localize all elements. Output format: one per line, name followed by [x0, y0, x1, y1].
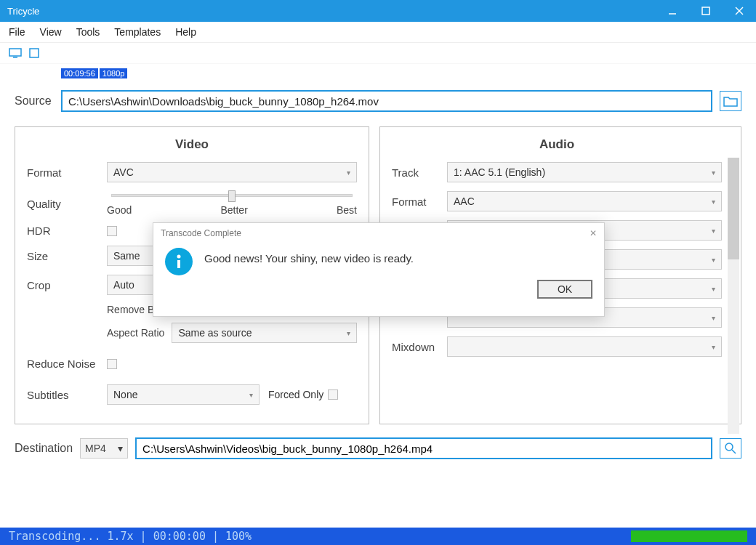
hdr-label: HDR — [27, 225, 107, 237]
menu-file[interactable]: File — [9, 26, 25, 38]
display-icon[interactable] — [9, 48, 22, 58]
chevron-down-icon: ▾ — [249, 391, 253, 399]
source-badges: 00:09:56 1080p — [61, 68, 127, 78]
video-quality-label: Quality — [27, 198, 107, 210]
info-icon — [165, 248, 193, 275]
chevron-down-icon: ▾ — [347, 169, 350, 177]
audio-format-select[interactable]: AAC▾ — [447, 191, 722, 211]
crop-label: Crop — [27, 279, 107, 291]
dialog-message: Good news! Your shiny, new video is read… — [204, 248, 414, 265]
folder-icon — [723, 95, 738, 107]
source-label: Source — [15, 94, 54, 108]
video-panel-title: Video — [27, 137, 357, 152]
svg-rect-10 — [177, 260, 180, 268]
quality-better: Better — [220, 204, 247, 216]
forced-only-checkbox[interactable] — [328, 389, 338, 400]
audio-scrollbar[interactable] — [728, 158, 739, 434]
dialog-title: Transcode Complete — [161, 228, 241, 238]
subtitles-label: Subtitles — [27, 389, 107, 401]
toolbar — [0, 42, 756, 64]
chevron-down-icon: ▾ — [712, 169, 715, 177]
menu-templates[interactable]: Templates — [114, 26, 161, 38]
svg-point-7 — [725, 443, 733, 451]
chevron-down-icon: ▾ — [118, 443, 123, 454]
maximize-button[interactable] — [689, 0, 723, 22]
hdr-checkbox[interactable] — [107, 226, 117, 236]
svg-line-8 — [732, 450, 736, 453]
quality-good: Good — [107, 204, 132, 216]
source-browse-button[interactable] — [720, 91, 741, 111]
duration-badge: 00:09:56 — [61, 68, 98, 78]
search-icon — [724, 442, 737, 455]
window-icon[interactable] — [28, 48, 41, 58]
audio-extra-select-4[interactable]: ▾ — [447, 336, 722, 357]
subtitles-select[interactable]: None▾ — [107, 384, 260, 405]
status-text: Transcoding... 1.7x | 00:00:00 | 100% — [9, 530, 631, 543]
source-input[interactable] — [61, 90, 712, 112]
menu-help[interactable]: Help — [175, 26, 196, 38]
svg-rect-4 — [9, 49, 21, 56]
container-select[interactable]: MP4▾ — [80, 438, 128, 459]
chevron-down-icon: ▾ — [712, 314, 715, 322]
audio-track-select[interactable]: 1: AAC 5.1 (English)▾ — [447, 162, 722, 182]
video-format-label: Format — [27, 166, 107, 179]
quality-slider[interactable]: Good Better Best — [107, 191, 357, 216]
aspect-ratio-select[interactable]: Same as source▾ — [172, 323, 357, 343]
audio-format-label: Format — [392, 195, 447, 208]
svg-point-9 — [177, 255, 181, 259]
destination-input[interactable] — [135, 437, 712, 459]
menubar: File View Tools Templates Help — [0, 22, 756, 42]
quality-best: Best — [337, 204, 357, 216]
chevron-down-icon: ▾ — [712, 285, 715, 293]
titlebar-title: Tricycle — [7, 6, 656, 17]
audio-mixdown-label: Mixdown — [392, 341, 447, 353]
audio-panel-title: Audio — [392, 137, 722, 152]
close-button[interactable] — [723, 0, 756, 22]
destination-label: Destination — [15, 442, 73, 455]
aspect-ratio-label: Aspect Ratio — [107, 327, 164, 339]
chevron-down-icon: ▾ — [347, 329, 350, 337]
svg-rect-1 — [702, 7, 709, 15]
reduce-noise-label: Reduce Noise — [27, 358, 107, 370]
titlebar: Tricycle — [0, 0, 756, 22]
dialog-close-button[interactable]: ✕ — [590, 228, 597, 238]
menu-view[interactable]: View — [40, 26, 62, 38]
reduce-noise-checkbox[interactable] — [107, 359, 117, 369]
statusbar: Transcoding... 1.7x | 00:00:00 | 100% — [0, 528, 756, 545]
forced-only-label: Forced Only — [268, 389, 323, 400]
chevron-down-icon: ▾ — [712, 256, 715, 264]
resolution-badge: 1080p — [100, 68, 128, 78]
svg-rect-6 — [30, 49, 39, 57]
transcode-complete-dialog: Transcode Complete ✕ Good news! Your shi… — [153, 222, 605, 317]
chevron-down-icon: ▾ — [712, 198, 715, 206]
minimize-button[interactable] — [656, 0, 689, 22]
destination-browse-button[interactable] — [720, 438, 741, 459]
chevron-down-icon: ▾ — [712, 227, 715, 235]
audio-track-label: Track — [392, 166, 447, 179]
menu-tools[interactable]: Tools — [76, 26, 100, 38]
progress-bar — [631, 530, 747, 542]
ok-button[interactable]: OK — [537, 280, 592, 299]
size-label: Size — [27, 250, 107, 262]
video-format-select[interactable]: AVC▾ — [107, 162, 357, 182]
chevron-down-icon: ▾ — [712, 343, 715, 351]
